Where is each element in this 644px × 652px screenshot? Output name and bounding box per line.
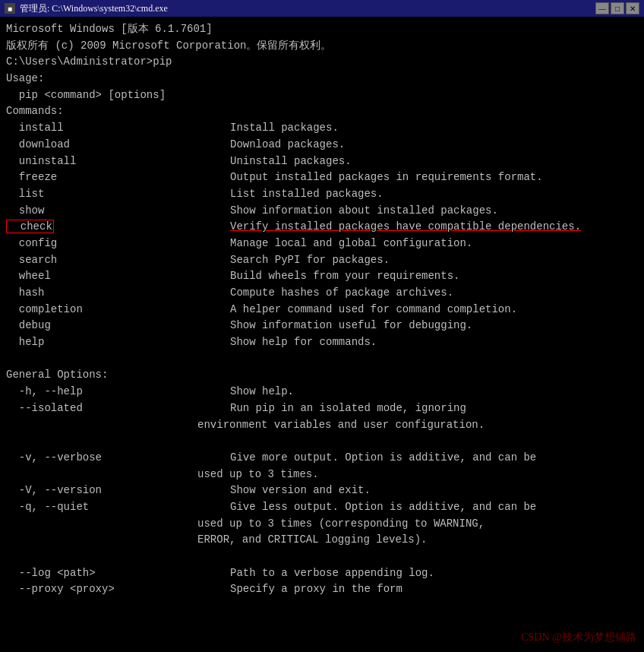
option-name: -q, --quiet <box>6 499 230 516</box>
blank-line <box>6 433 638 450</box>
option-desc: Give less output. Option is additive, an… <box>230 501 536 513</box>
option-desc: Show help. <box>230 385 294 397</box>
command-row: debugShow information useful for debuggi… <box>6 318 638 334</box>
command-name: freeze <box>6 169 230 186</box>
command-desc: Manage local and global configuration. <box>230 237 472 249</box>
check-desc: Verify installed packages have compatibl… <box>230 220 581 233</box>
command-desc: List installed packages. <box>230 188 384 200</box>
check-command: check <box>6 219 230 236</box>
command-desc: Show information useful for debugging. <box>230 319 472 331</box>
option-row-cont: used up to 3 times (corresponding to WAR… <box>6 516 638 533</box>
command-desc: A helper command used for command comple… <box>230 303 517 315</box>
console: Microsoft Windows [版本 6.1.7601]版权所有 (c) … <box>0 17 644 652</box>
console-header-line: Microsoft Windows [版本 6.1.7601] <box>6 21 638 38</box>
option-desc: Give more output. Option is additive, an… <box>230 451 536 464</box>
command-desc: Show help for commands. <box>230 336 377 348</box>
title-bar-icon: ■ <box>5 3 15 14</box>
command-row: wheelBuild wheels from your requirements… <box>6 268 638 285</box>
general-options-label: General Options: <box>6 367 638 384</box>
option-row: --log <path>Path to a verbose appending … <box>6 565 638 582</box>
command-name: help <box>6 334 230 351</box>
close-button[interactable]: ✕ <box>626 2 639 14</box>
command-name: download <box>6 137 230 154</box>
option-name: --isolated <box>6 400 230 417</box>
option-desc: Path to a verbose appending log. <box>230 567 434 579</box>
option-row: -v, --verboseGive more output. Option is… <box>6 450 638 467</box>
command-name: uninstall <box>6 154 230 170</box>
console-header-line: Usage: <box>6 71 638 87</box>
command-row: downloadDownload packages. <box>6 137 638 154</box>
option-row: -q, --quietGive less output. Option is a… <box>6 499 638 516</box>
option-name: --log <path> <box>6 565 230 582</box>
option-name: -h, --help <box>6 384 230 400</box>
command-name: wheel <box>6 268 230 285</box>
option-name: -v, --verbose <box>6 450 230 467</box>
option-row: --proxy <proxy>Specify a proxy in the fo… <box>6 581 638 598</box>
minimize-button[interactable]: — <box>595 2 609 14</box>
command-name: show <box>6 203 230 220</box>
blank-line <box>6 351 638 368</box>
command-name: search <box>6 252 230 269</box>
command-name: completion <box>6 302 230 318</box>
command-name: list <box>6 186 230 203</box>
command-row: hashCompute hashes of package archives. <box>6 285 638 302</box>
option-row-cont: environment variables and user configura… <box>6 417 638 434</box>
option-row-cont: used up to 3 times. <box>6 467 638 483</box>
command-name: config <box>6 236 230 252</box>
command-row: installInstall packages. <box>6 120 638 137</box>
option-desc: Run pip in an isolated mode, ignoring <box>230 402 466 414</box>
option-desc: Specify a proxy in the form <box>230 583 402 595</box>
command-row: uninstallUninstall packages. <box>6 154 638 170</box>
option-name: --proxy <proxy> <box>6 581 230 598</box>
command-desc: Search PyPI for packages. <box>230 254 390 266</box>
maximize-button[interactable]: □ <box>611 2 624 14</box>
command-desc: Output installed packages in requirement… <box>230 171 543 183</box>
command-desc: Install packages. <box>230 122 339 134</box>
option-desc: Show version and exit. <box>230 484 371 496</box>
option-name: -V, --version <box>6 483 230 499</box>
command-name: hash <box>6 285 230 302</box>
command-desc: Build wheels from your requirements. <box>230 270 459 282</box>
command-name: debug <box>6 318 230 334</box>
command-desc: Show information about installed package… <box>230 204 498 217</box>
title-bar-text: 管理员: C:\Windows\system32\cmd.exe <box>20 2 591 15</box>
command-desc: Download packages. <box>230 138 345 150</box>
command-row: helpShow help for commands. <box>6 334 638 351</box>
option-row: -V, --versionShow version and exit. <box>6 483 638 499</box>
command-desc: Compute hashes of package archives. <box>230 286 453 299</box>
title-bar: ■ 管理员: C:\Windows\system32\cmd.exe — □ ✕ <box>0 0 644 17</box>
console-header-line: pip <command> [options] <box>6 87 638 104</box>
option-row: --isolatedRun pip in an isolated mode, i… <box>6 400 638 417</box>
commands-label: Commands: <box>6 103 638 120</box>
option-row: -h, --helpShow help. <box>6 384 638 400</box>
command-row: listList installed packages. <box>6 186 638 203</box>
command-row: showShow information about installed pac… <box>6 203 638 220</box>
highlight-command-row: checkVerify installed packages have comp… <box>6 219 638 236</box>
command-desc: Uninstall packages. <box>230 155 352 167</box>
command-row: completionA helper command used for comm… <box>6 302 638 318</box>
command-row: freezeOutput installed packages in requi… <box>6 169 638 186</box>
title-bar-controls: — □ ✕ <box>595 2 639 14</box>
command-name: install <box>6 120 230 137</box>
console-header-line: C:\Users\Administrator>pip <box>6 54 638 71</box>
blank-line <box>6 549 638 565</box>
console-header-line: 版权所有 (c) 2009 Microsoft Corporation。保留所有… <box>6 38 638 55</box>
command-row: configManage local and global configurat… <box>6 236 638 252</box>
option-row-cont: ERROR, and CRITICAL logging levels). <box>6 532 638 549</box>
command-row: searchSearch PyPI for packages. <box>6 252 638 269</box>
